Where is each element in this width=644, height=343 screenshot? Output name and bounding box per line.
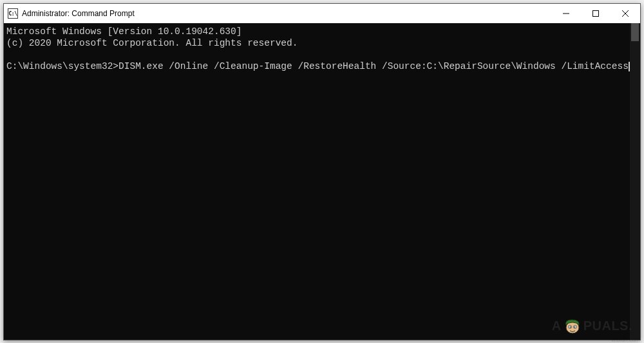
version-line: Microsoft Windows [Version 10.0.19042.63… — [6, 26, 242, 37]
mascot-icon — [563, 316, 582, 335]
svg-point-8 — [574, 326, 575, 328]
copyright-line: (c) 2020 Microsoft Corporation. All righ… — [6, 38, 298, 48]
terminal-output[interactable]: Microsoft Windows [Version 10.0.19042.63… — [4, 23, 630, 340]
watermark-suffix: PUALS. — [583, 319, 632, 333]
cmd-icon: C:\ — [8, 8, 18, 19]
close-button[interactable] — [611, 4, 640, 23]
command-text: DISM.exe /Online /Cleanup-Image /Restore… — [118, 61, 629, 71]
source-note: wsxdn.com — [611, 337, 640, 343]
minimize-button[interactable] — [551, 4, 581, 23]
vertical-scrollbar[interactable] — [630, 23, 640, 340]
watermark-logo: A PUALS. — [552, 316, 632, 335]
terminal-area: Microsoft Windows [Version 10.0.19042.63… — [4, 23, 640, 340]
titlebar[interactable]: C:\ Administrator: Command Prompt — [4, 4, 640, 23]
prompt-text: C:\Windows\system32> — [6, 61, 118, 71]
watermark-prefix: A — [552, 319, 562, 333]
svg-point-7 — [569, 326, 571, 328]
maximize-button[interactable] — [581, 4, 611, 23]
svg-rect-1 — [593, 11, 599, 17]
scrollbar-thumb[interactable] — [631, 23, 639, 41]
command-prompt-window: C:\ Administrator: Command Prompt Micros… — [3, 3, 641, 340]
window-title: Administrator: Command Prompt — [22, 9, 135, 18]
